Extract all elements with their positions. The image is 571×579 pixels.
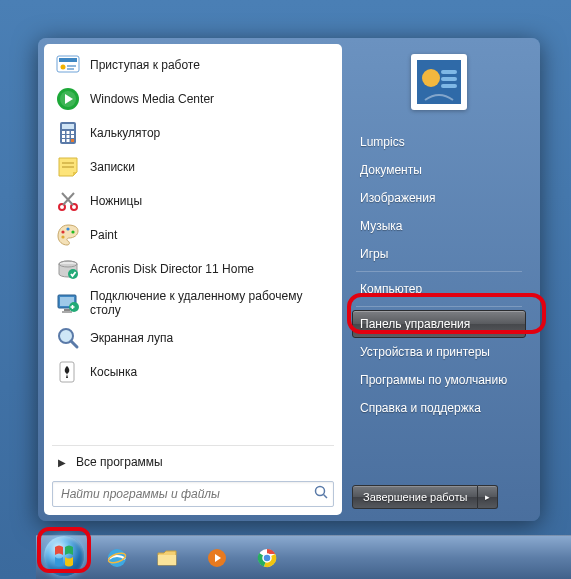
documents-link[interactable]: Документы [352,156,526,184]
magnifier-icon [54,324,82,352]
start-button[interactable] [44,536,84,576]
games-link[interactable]: Игры [352,240,526,268]
program-label: Записки [90,160,135,174]
program-paint[interactable]: Paint [48,218,338,252]
calculator-icon [54,119,82,147]
svg-point-24 [61,230,64,233]
svg-rect-11 [71,131,74,134]
solitaire-icon [54,358,82,386]
shutdown-button[interactable]: Завершение работы [352,485,478,509]
user-name-link[interactable]: Lumpics [352,128,526,156]
program-label: Подключение к удаленному рабочему столу [90,289,332,318]
program-label: Paint [90,228,117,242]
program-label: Косынка [90,365,137,379]
pinned-programs-list: Приступая к работе Windows Media Center … [48,48,338,442]
svg-rect-1 [59,58,77,62]
program-label: Экранная лупа [90,331,173,345]
all-programs-label: Все программы [76,455,163,469]
devices-printers-link[interactable]: Устройства и принтеры [352,338,526,366]
media-center-icon [54,85,82,113]
svg-line-37 [71,341,77,347]
svg-rect-17 [71,139,74,142]
program-remote-desktop[interactable]: Подключение к удаленному рабочему столу [48,286,338,321]
svg-point-39 [316,487,325,496]
all-programs[interactable]: ▶ Все программы [48,449,338,475]
program-getting-started[interactable]: Приступая к работе [48,48,338,82]
pictures-link[interactable]: Изображения [352,184,526,212]
svg-rect-8 [62,124,74,129]
taskbar-wmp[interactable] [194,540,240,576]
taskbar-chrome[interactable] [244,540,290,576]
shutdown-options-button[interactable]: ▸ [478,485,498,509]
svg-rect-43 [441,70,457,74]
svg-rect-4 [67,68,74,70]
svg-point-2 [61,65,66,70]
search-icon [313,484,329,504]
program-label: Калькулятор [90,126,160,140]
control-panel-link[interactable]: Панель управления [352,310,526,338]
svg-point-25 [66,227,69,230]
svg-line-40 [324,495,328,499]
program-label: Windows Media Center [90,92,214,106]
program-media-center[interactable]: Windows Media Center [48,82,338,116]
start-menu-right-panel: Lumpics Документы Изображения Музыка Игр… [342,44,534,515]
svg-rect-10 [67,131,70,134]
start-menu-left-panel: Приступая к работе Windows Media Center … [44,44,342,515]
svg-point-27 [61,235,64,238]
svg-rect-44 [441,77,457,81]
svg-rect-14 [71,135,74,138]
taskbar-explorer[interactable] [144,540,190,576]
svg-rect-45 [441,84,457,88]
program-solitaire[interactable]: Косынка [48,355,338,389]
program-label: Acronis Disk Director 11 Home [90,262,254,276]
music-link[interactable]: Музыка [352,212,526,240]
shutdown-row: Завершение работы ▸ [352,485,498,509]
divider [52,445,334,446]
svg-rect-48 [158,555,176,565]
svg-rect-16 [67,139,70,142]
svg-rect-15 [62,139,65,142]
svg-rect-9 [62,131,65,134]
separator [356,271,522,272]
getting-started-icon [54,51,82,79]
paint-icon [54,221,82,249]
program-label: Ножницы [90,194,142,208]
computer-link[interactable]: Компьютер [352,275,526,303]
program-acronis[interactable]: Acronis Disk Director 11 Home [48,252,338,286]
svg-rect-34 [62,311,72,313]
svg-point-26 [71,230,74,233]
rdp-icon [54,289,82,317]
svg-rect-33 [64,309,70,311]
search-input[interactable] [57,487,313,501]
svg-point-42 [422,69,440,87]
program-magnifier[interactable]: Экранная лупа [48,321,338,355]
program-calculator[interactable]: Калькулятор [48,116,338,150]
svg-rect-12 [62,135,65,138]
search-row [48,475,338,511]
taskbar [36,535,571,579]
start-menu: Приступая к работе Windows Media Center … [38,38,540,521]
separator [356,306,522,307]
snipping-icon [54,187,82,215]
svg-rect-3 [67,65,76,67]
help-support-link[interactable]: Справка и поддержка [352,394,526,422]
svg-rect-13 [67,135,70,138]
user-picture[interactable] [411,54,467,110]
search-box[interactable] [52,481,334,507]
program-label: Приступая к работе [90,58,200,72]
chevron-right-icon: ▶ [58,457,66,468]
default-programs-link[interactable]: Программы по умолчанию [352,366,526,394]
acronis-icon [54,255,82,283]
program-sticky-notes[interactable]: Записки [48,150,338,184]
sticky-notes-icon [54,153,82,181]
program-snipping-tool[interactable]: Ножницы [48,184,338,218]
taskbar-ie[interactable] [94,540,140,576]
